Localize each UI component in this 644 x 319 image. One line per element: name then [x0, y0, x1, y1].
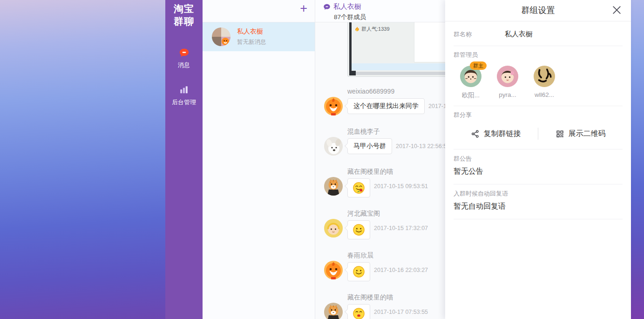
close-icon[interactable] — [610, 3, 624, 17]
show-qr-code-label: 展示二维码 — [569, 129, 606, 139]
group-bubble-icon — [323, 3, 331, 11]
image-message-thumbnail[interactable]: 群人气:1339 — [347, 22, 445, 77]
thumbnail-dark-corner — [349, 71, 356, 75]
message-sender: 河北藏宝阁 — [347, 209, 428, 218]
sidebar-item-admin[interactable]: 后台管理 — [172, 84, 196, 107]
message-list: 群人气:1339 weixiao6689999 这个在哪里找出来同学 2017-… — [315, 22, 445, 319]
group-admins-section: 群管理员 群主 欧阳... pyra... wll62... — [454, 46, 623, 106]
sidebar-item-label: 后台管理 — [172, 98, 196, 107]
thumbnail-highlight-row — [352, 63, 445, 70]
group-avatar — [212, 27, 230, 46]
settings-title: 群组设置 — [445, 0, 631, 16]
message-time: 2017-10-17 07:53:55 — [374, 309, 428, 315]
admin-item[interactable]: 群主 欧阳... — [459, 66, 483, 100]
group-announcement-label: 群公告 — [454, 155, 623, 163]
admin-name: pyra... — [499, 91, 516, 98]
message-avatar[interactable] — [324, 303, 343, 319]
copy-group-link-button[interactable]: 复制群链接 — [454, 129, 538, 139]
message-row: 藏在阁楼里的喵 2017-10-15 09:53:51 — [315, 167, 445, 197]
app-logo-line2: 群聊 — [165, 15, 203, 27]
share-icon — [471, 129, 480, 138]
flame-icon — [355, 27, 359, 32]
message-time: 2017-10-13 22:56:5 — [396, 143, 445, 149]
message-row: 藏在阁楼里的喵 2017-10-17 07:53:55 — [315, 293, 445, 319]
settings-titlebar: 群组设置 — [445, 0, 631, 21]
chat-item-subtitle: 暂无新消息 — [237, 38, 266, 46]
message-bubble — [347, 220, 370, 239]
app-logo: 淘宝 群聊 — [165, 0, 203, 27]
admin-item[interactable]: wll62... — [532, 66, 556, 100]
auto-reply-value: 暂无自动回复语 — [454, 202, 623, 211]
message-sender: 藏在阁楼里的喵 — [347, 167, 428, 176]
admin-avatar — [497, 66, 518, 87]
message-row: weixiao6689999 这个在哪里找出来同学 2017-1 — [315, 87, 445, 115]
message-sender: 藏在阁楼里的喵 — [347, 293, 428, 302]
message-bubble: 马甲小号群 — [347, 138, 392, 154]
app-sidebar: 淘宝 群聊 消息 后台管理 — [165, 0, 203, 319]
message-time: 2017-10-16 22:03:27 — [374, 267, 428, 273]
auto-reply-section: 入群时候自动回复语 暂无自动回复语 — [454, 184, 623, 219]
message-avatar[interactable] — [324, 177, 343, 196]
bar-chart-icon — [179, 84, 189, 95]
group-name-label: 群名称 — [454, 30, 505, 39]
message-avatar[interactable] — [324, 137, 343, 156]
chat-member-count: 87个群成员 — [334, 13, 445, 21]
chat-item-name: 私人衣橱 — [237, 27, 266, 36]
chat-main-panel: 私人衣橱 87个群成员 群人气:1339 weixiao6689999 这个在哪… — [315, 0, 445, 319]
group-share-label: 群分享 — [454, 111, 623, 119]
chat-list-panel: + 私人衣橱 暂无新消息 — [203, 0, 315, 319]
admin-item[interactable]: pyra... — [495, 66, 520, 100]
group-admins-label: 群管理员 — [454, 51, 623, 59]
message-bubble — [347, 304, 370, 319]
message-sender: weixiao6689999 — [347, 87, 445, 96]
app-logo-line1: 淘宝 — [165, 2, 203, 15]
admin-list: 群主 欧阳... pyra... wll62... — [454, 66, 623, 100]
admin-avatar — [534, 66, 555, 87]
message-sender: 春雨欣晨 — [347, 251, 428, 260]
message-bubble-icon — [179, 47, 190, 58]
message-avatar[interactable] — [324, 97, 343, 115]
sidebar-item-messages[interactable]: 消息 — [178, 47, 190, 69]
group-settings-panel: 群组设置 群名称 私人衣橱 群管理员 群主 欧阳... pyra... wll6… — [445, 0, 631, 319]
group-name-value: 私人衣橱 — [505, 30, 533, 39]
message-avatar[interactable] — [324, 219, 343, 238]
copy-group-link-label: 复制群链接 — [484, 129, 521, 139]
group-name-row: 群名称 私人衣橱 — [454, 21, 623, 46]
message-time: 2017-1 — [428, 103, 445, 109]
add-group-button[interactable]: + — [298, 1, 309, 15]
message-bubble — [347, 262, 370, 281]
chat-header: 私人衣橱 87个群成员 — [315, 0, 445, 22]
message-sender: 混血桃李子 — [347, 127, 445, 136]
thumbnail-caption: 群人气:1339 — [355, 26, 390, 33]
message-time: 2017-10-15 17:32:07 — [374, 225, 428, 231]
message-rows: weixiao6689999 这个在哪里找出来同学 2017-1 混血桃李子 马… — [315, 87, 445, 319]
thumbnail-scrollbar — [352, 72, 445, 75]
message-bubble — [347, 178, 370, 197]
message-bubble: 这个在哪里找出来同学 — [347, 98, 425, 114]
group-announcement-value: 暂无公告 — [454, 167, 623, 176]
group-share-section: 群分享 复制群链接 展示二维码 — [454, 106, 623, 149]
sidebar-nav: 消息 后台管理 — [165, 47, 203, 107]
sidebar-item-label: 消息 — [178, 61, 190, 69]
thumbnail-caption-text: 群人气:1339 — [361, 26, 390, 33]
chat-title: 私人衣橱 — [333, 2, 361, 11]
auto-reply-label: 入群时候自动回复语 — [454, 190, 623, 198]
admin-name: wll62... — [535, 91, 554, 98]
message-time: 2017-10-15 09:53:51 — [374, 183, 428, 190]
owner-badge: 群主 — [470, 61, 487, 70]
message-avatar[interactable] — [324, 261, 343, 279]
group-announcement-section: 群公告 暂无公告 — [454, 149, 623, 184]
chat-list-item-selected[interactable]: 私人衣橱 暂无新消息 — [203, 22, 315, 51]
chat-list-header: + — [203, 0, 315, 22]
message-row: 春雨欣晨 2017-10-16 22:03:27 — [315, 251, 445, 281]
show-qr-code-button[interactable]: 展示二维码 — [538, 129, 623, 139]
message-row: 河北藏宝阁 2017-10-15 17:32:07 — [315, 209, 445, 239]
qrcode-icon — [556, 129, 564, 138]
thumbnail-window-panel — [414, 22, 445, 62]
admin-name: 欧阳... — [462, 91, 480, 100]
message-row: 混血桃李子 马甲小号群 2017-10-13 22:56:5 — [315, 127, 445, 156]
